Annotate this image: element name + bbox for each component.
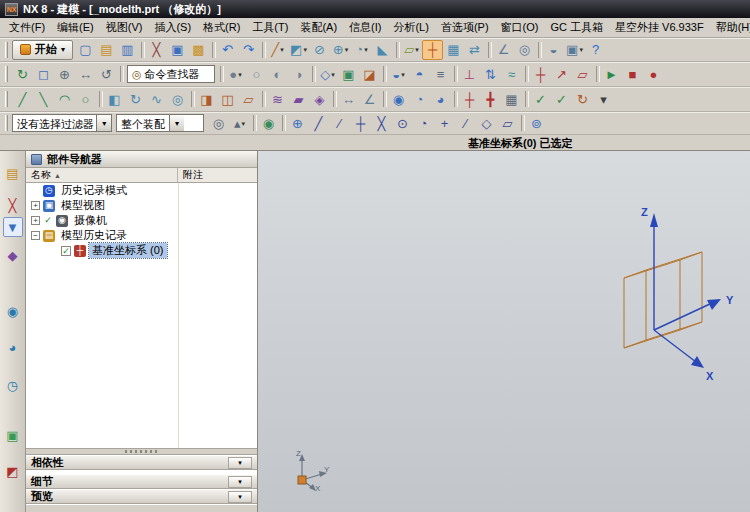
copy-icon[interactable]: ▣	[167, 40, 188, 60]
studio-view-icon[interactable]: ◐	[267, 64, 288, 84]
start-button[interactable]: 开始 ▾	[12, 40, 73, 60]
sketch-icon[interactable]: ╱	[267, 40, 288, 60]
show-hide-toggle-icon[interactable]: ◒	[388, 64, 409, 84]
help-icon[interactable]: ?	[585, 40, 606, 60]
toolbar-icon[interactable]	[535, 40, 543, 60]
chevron-down-icon[interactable]: ▾	[228, 491, 252, 503]
hd3d-tools-icon[interactable]: ◉	[3, 301, 23, 321]
ruled-surface-icon[interactable]: ▰	[288, 89, 309, 109]
highlight-selection-icon[interactable]: ◉	[258, 113, 279, 133]
section-view-icon[interactable]: ◪	[359, 64, 380, 84]
point-dialog-icon[interactable]: ┼	[530, 64, 551, 84]
menu-item[interactable]: 编辑(E)	[51, 18, 100, 37]
column-header-name[interactable]: 名称 ▲	[26, 168, 178, 182]
simple-interference-icon[interactable]: ✓	[551, 89, 572, 109]
orient-view-icon[interactable]: ◇	[317, 64, 338, 84]
through-curves-icon[interactable]: ≋	[267, 89, 288, 109]
save-icon[interactable]: ▥	[117, 40, 138, 60]
checkbox-icon[interactable]: ✓	[43, 216, 53, 226]
pan-icon[interactable]: ↔	[75, 64, 96, 84]
toolbar-icon[interactable]	[138, 40, 146, 60]
general-selection-icon[interactable]: ◎	[208, 113, 229, 133]
chevron-down-icon[interactable]: ▾	[228, 457, 252, 469]
arc-center-icon[interactable]: ⊙	[392, 113, 413, 133]
tree-row[interactable]: + ▣ 模型视图	[26, 198, 257, 213]
revolve-icon[interactable]: ↻	[125, 89, 146, 109]
undo-icon[interactable]: ↶	[217, 40, 238, 60]
toolbar-icon[interactable]	[522, 64, 530, 84]
point-on-curve-icon[interactable]: ∕	[455, 113, 476, 133]
new-file-icon[interactable]: ▢	[75, 40, 96, 60]
refresh-icon[interactable]: ↻	[12, 64, 33, 84]
toolbar-icon[interactable]	[593, 64, 601, 84]
customize-icon[interactable]: ▾	[593, 89, 614, 109]
selection-scope-dropdown[interactable]: 整个装配 ▾	[116, 114, 204, 132]
move-component-icon[interactable]: ⇅	[480, 64, 501, 84]
toolbar-grip[interactable]	[5, 66, 8, 82]
toolbar-icon[interactable]	[209, 40, 217, 60]
menu-item[interactable]: 视图(V)	[100, 18, 149, 37]
wave-geometry-linker-icon[interactable]: ≈	[501, 64, 522, 84]
examine-geometry-icon[interactable]: ✓	[530, 89, 551, 109]
toolbar-icon[interactable]	[393, 40, 401, 60]
chevron-down-icon[interactable]: ▾	[228, 476, 252, 488]
toolbar-icon[interactable]	[96, 89, 104, 109]
fit-window-icon[interactable]: ◻	[33, 64, 54, 84]
datum-csys-icon[interactable]: ┼	[422, 40, 443, 60]
pattern-feature-icon[interactable]: ▦	[443, 40, 464, 60]
web-browser-icon[interactable]: ◕	[3, 337, 23, 357]
stop-macro-icon[interactable]: ■	[622, 64, 643, 84]
process-studio-icon[interactable]: ▣	[3, 425, 23, 445]
rotate-view-icon[interactable]: ↺	[96, 64, 117, 84]
roles-icon[interactable]: ◩	[3, 461, 23, 481]
trim-body-icon[interactable]: ◨	[196, 89, 217, 109]
panel-splitter[interactable]	[26, 448, 257, 455]
history-palette-icon[interactable]: ◷	[3, 375, 23, 395]
menu-item[interactable]: GC 工具箱	[544, 18, 609, 37]
toolbar-icon[interactable]	[380, 89, 388, 109]
datum-csys-graphic[interactable]: Z Y X	[584, 200, 744, 385]
existing-point-icon[interactable]: +	[434, 113, 455, 133]
expand-toggle-icon[interactable]: +	[31, 216, 40, 225]
layer-settings-icon[interactable]: ≡	[430, 64, 451, 84]
toolbar-icon[interactable]	[330, 89, 338, 109]
toolbar-icon[interactable]	[309, 64, 317, 84]
zoom-icon[interactable]: ⊕	[54, 64, 75, 84]
toolbar-icon[interactable]	[485, 40, 493, 60]
graphics-viewport[interactable]: Z Y X Z Y X	[258, 151, 750, 512]
toolbar-icon[interactable]	[451, 64, 459, 84]
offset-surface-icon[interactable]: ▱	[238, 89, 259, 109]
toolbar-icon[interactable]	[279, 113, 287, 133]
tree-row[interactable]: ◷ 历史记录模式	[26, 183, 257, 198]
toolbar-icon[interactable]	[451, 89, 459, 109]
control-point-icon[interactable]: ┼	[350, 113, 371, 133]
end-point-icon[interactable]: ╱	[308, 113, 329, 133]
section-header[interactable]: 相依性 ▾	[26, 455, 257, 470]
toolbar-grip[interactable]	[5, 42, 8, 58]
shaded-view-icon[interactable]: ●	[225, 64, 246, 84]
edge-blend-icon[interactable]: ◔	[351, 40, 372, 60]
unite-icon[interactable]: ⊕	[330, 40, 351, 60]
tree-row[interactable]: − ▤ 模型历史记录	[26, 228, 257, 243]
menu-item[interactable]: 信息(I)	[343, 18, 387, 37]
show-hide-icon[interactable]: ◒	[543, 40, 564, 60]
snap-enable-icon[interactable]: ⊚	[526, 113, 547, 133]
assembly-constraints-icon[interactable]: ⊥	[459, 64, 480, 84]
record-macro-icon[interactable]: ●	[643, 64, 664, 84]
toolbar-icon[interactable]	[217, 64, 225, 84]
measure-angle-icon[interactable]: ∠	[359, 89, 380, 109]
window-icon[interactable]: ▣	[564, 40, 585, 60]
menu-item[interactable]: 分析(L)	[387, 18, 434, 37]
menu-item[interactable]: 装配(A)	[294, 18, 343, 37]
constraint-navigator-icon[interactable]: ╳	[3, 195, 23, 215]
menu-item[interactable]: 窗口(O)	[495, 18, 545, 37]
split-body-icon[interactable]: ◫	[217, 89, 238, 109]
point-on-surface-icon[interactable]: ◇	[476, 113, 497, 133]
toolbar-grip[interactable]	[5, 91, 8, 107]
mid-point-icon[interactable]: ∕	[329, 113, 350, 133]
update-model-icon[interactable]: ↻	[572, 89, 593, 109]
extrude-icon[interactable]: ◩	[288, 40, 309, 60]
menu-item[interactable]: 首选项(P)	[435, 18, 495, 37]
n-sided-surface-icon[interactable]: ◈	[309, 89, 330, 109]
class-selector-icon[interactable]: ◎	[514, 40, 535, 60]
